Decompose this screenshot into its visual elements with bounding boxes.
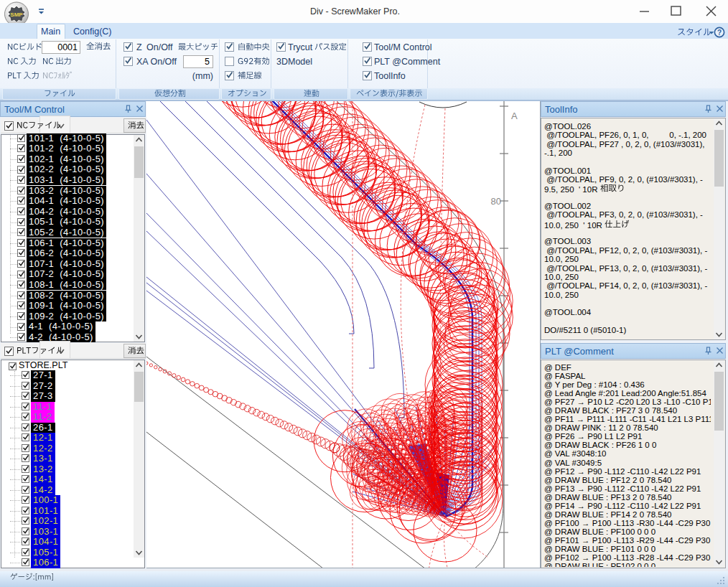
svg-text:SMP: SMP (10, 11, 23, 18)
svg-text:A: A (511, 111, 518, 121)
svg-text:?: ? (717, 29, 722, 37)
svg-text:80: 80 (491, 196, 501, 207)
